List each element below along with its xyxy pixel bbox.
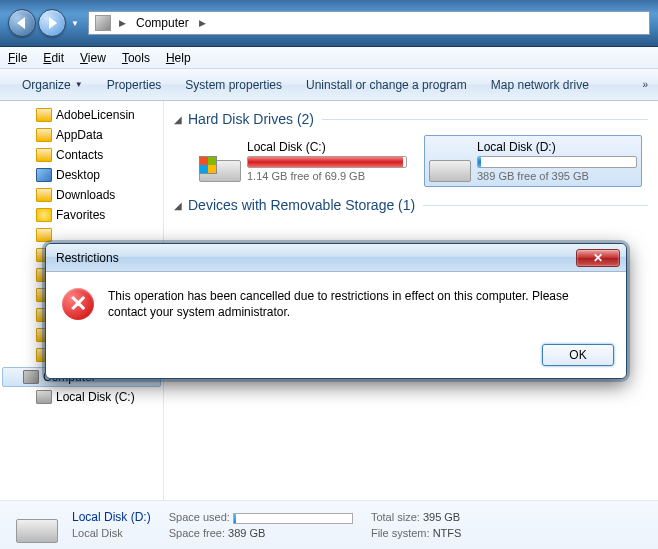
folder-icon bbox=[36, 228, 52, 242]
section-hard-disk-drives[interactable]: ◢ Hard Disk Drives (2) bbox=[174, 111, 648, 127]
tree-label: Favorites bbox=[56, 208, 105, 222]
cmd-uninstall[interactable]: Uninstall or change a program bbox=[294, 74, 479, 96]
space-used-bar bbox=[233, 513, 353, 524]
dialog-footer: OK bbox=[46, 336, 626, 378]
tree-item-appdata[interactable]: AppData bbox=[0, 125, 163, 145]
drive-local-c[interactable]: Local Disk (C:) 1.14 GB free of 69.9 GB bbox=[194, 135, 412, 187]
details-pane: Local Disk (D:) Local Disk Space used: S… bbox=[0, 500, 658, 549]
drive-icon bbox=[199, 140, 241, 182]
tree-label: AppData bbox=[56, 128, 103, 142]
command-bar: Organize▼ Properties System properties U… bbox=[0, 69, 658, 101]
menu-edit[interactable]: Edit bbox=[43, 51, 64, 65]
details-title: Local Disk (D:) bbox=[72, 509, 151, 525]
dialog-ok-button[interactable]: OK bbox=[542, 344, 614, 366]
capacity-bar bbox=[247, 156, 407, 168]
tree-label: Desktop bbox=[56, 168, 100, 182]
computer-icon bbox=[23, 370, 39, 384]
close-icon: ✕ bbox=[593, 251, 603, 265]
tree-item-favorites[interactable]: Favorites bbox=[0, 205, 163, 225]
drive-info: Local Disk (D:) 389 GB free of 395 GB bbox=[477, 140, 637, 182]
folder-icon bbox=[36, 128, 52, 142]
folder-icon bbox=[36, 188, 52, 202]
cmd-organize-label: Organize bbox=[22, 78, 71, 92]
tree-item[interactable] bbox=[0, 225, 163, 245]
divider bbox=[322, 119, 648, 120]
chevron-down-icon: ▼ bbox=[75, 80, 83, 89]
menu-view[interactable]: View bbox=[80, 51, 106, 65]
nav-forward-button[interactable] bbox=[38, 9, 66, 37]
tree-item-contacts[interactable]: Contacts bbox=[0, 145, 163, 165]
space-free-value: 389 GB bbox=[228, 527, 265, 539]
drive-local-d[interactable]: Local Disk (D:) 389 GB free of 395 GB bbox=[424, 135, 642, 187]
section-removable-storage[interactable]: ◢ Devices with Removable Storage (1) bbox=[174, 197, 648, 213]
breadcrumb-computer[interactable]: Computer bbox=[130, 12, 195, 34]
chevron-down-icon: ▼ bbox=[71, 19, 79, 28]
cmd-overflow-chevron-icon[interactable]: » bbox=[642, 79, 648, 90]
breadcrumb-chevron-icon[interactable]: ▶ bbox=[115, 18, 130, 28]
details-total-col: Total size: 395 GB File system: NTFS bbox=[371, 509, 461, 541]
menu-help[interactable]: Help bbox=[166, 51, 191, 65]
tree-label: Downloads bbox=[56, 188, 115, 202]
dialog-close-button[interactable]: ✕ bbox=[576, 249, 620, 267]
tree-item-local-disk-c[interactable]: Local Disk (C:) bbox=[0, 387, 163, 407]
capacity-fill bbox=[248, 157, 403, 167]
drive-list: Local Disk (C:) 1.14 GB free of 69.9 GB … bbox=[194, 135, 648, 187]
cmd-properties[interactable]: Properties bbox=[95, 74, 174, 96]
drive-icon bbox=[36, 390, 52, 404]
drive-free-text: 389 GB free of 395 GB bbox=[477, 170, 637, 182]
collapse-icon: ◢ bbox=[174, 114, 182, 125]
tree-label: Local Disk (C:) bbox=[56, 390, 135, 404]
menu-file[interactable]: File bbox=[8, 51, 27, 65]
folder-icon bbox=[36, 148, 52, 162]
arrow-right-icon bbox=[49, 17, 57, 29]
arrow-left-icon bbox=[17, 17, 25, 29]
details-type: Local Disk bbox=[72, 525, 151, 541]
computer-icon bbox=[95, 15, 111, 31]
space-free-label: Space free: bbox=[169, 525, 225, 541]
space-used-label: Space used: bbox=[169, 509, 230, 525]
details-name-col: Local Disk (D:) Local Disk bbox=[72, 509, 151, 541]
cmd-map-network-drive[interactable]: Map network drive bbox=[479, 74, 601, 96]
menu-bar: File Edit View Tools Help bbox=[0, 47, 658, 69]
drive-name: Local Disk (D:) bbox=[477, 140, 637, 154]
drive-free-text: 1.14 GB free of 69.9 GB bbox=[247, 170, 407, 182]
favorites-icon bbox=[36, 208, 52, 222]
folder-icon bbox=[36, 108, 52, 122]
total-size-value: 395 GB bbox=[423, 511, 460, 523]
capacity-fill bbox=[478, 157, 481, 167]
space-used-fill bbox=[234, 514, 236, 523]
breadcrumb-chevron-icon[interactable]: ▶ bbox=[195, 18, 210, 28]
tree-label: Contacts bbox=[56, 148, 103, 162]
dialog-title-text: Restrictions bbox=[56, 251, 119, 265]
address-bar[interactable]: ▶ Computer ▶ bbox=[88, 11, 650, 35]
drive-icon bbox=[429, 140, 471, 182]
drive-icon bbox=[16, 507, 58, 543]
error-icon: ✕ bbox=[62, 288, 94, 320]
dialog-titlebar[interactable]: Restrictions ✕ bbox=[46, 244, 626, 272]
section-label: Devices with Removable Storage (1) bbox=[188, 197, 415, 213]
tree-item-desktop[interactable]: Desktop bbox=[0, 165, 163, 185]
tree-item-adobelicensing[interactable]: AdobeLicensin bbox=[0, 105, 163, 125]
total-size-label: Total size: bbox=[371, 509, 420, 525]
restrictions-dialog: Restrictions ✕ ✕ This operation has been… bbox=[45, 243, 627, 379]
desktop-icon bbox=[36, 168, 52, 182]
tree-label: AdobeLicensin bbox=[56, 108, 135, 122]
section-label: Hard Disk Drives (2) bbox=[188, 111, 314, 127]
cmd-system-properties[interactable]: System properties bbox=[173, 74, 294, 96]
filesystem-value: NTFS bbox=[433, 527, 462, 539]
tree-item-downloads[interactable]: Downloads bbox=[0, 185, 163, 205]
drive-info: Local Disk (C:) 1.14 GB free of 69.9 GB bbox=[247, 140, 407, 182]
divider bbox=[423, 205, 648, 206]
details-space-col: Space used: Space free: 389 GB bbox=[169, 509, 353, 541]
nav-back-button[interactable] bbox=[8, 9, 36, 37]
drive-name: Local Disk (C:) bbox=[247, 140, 407, 154]
window-header: ▼ ▶ Computer ▶ bbox=[0, 0, 658, 47]
collapse-icon: ◢ bbox=[174, 200, 182, 211]
cmd-organize[interactable]: Organize▼ bbox=[10, 74, 95, 96]
filesystem-label: File system: bbox=[371, 525, 430, 541]
dialog-message: This operation has been cancelled due to… bbox=[108, 288, 610, 320]
dialog-body: ✕ This operation has been cancelled due … bbox=[46, 272, 626, 336]
menu-tools[interactable]: Tools bbox=[122, 51, 150, 65]
nav-history-dropdown[interactable]: ▼ bbox=[68, 11, 82, 35]
capacity-bar bbox=[477, 156, 637, 168]
